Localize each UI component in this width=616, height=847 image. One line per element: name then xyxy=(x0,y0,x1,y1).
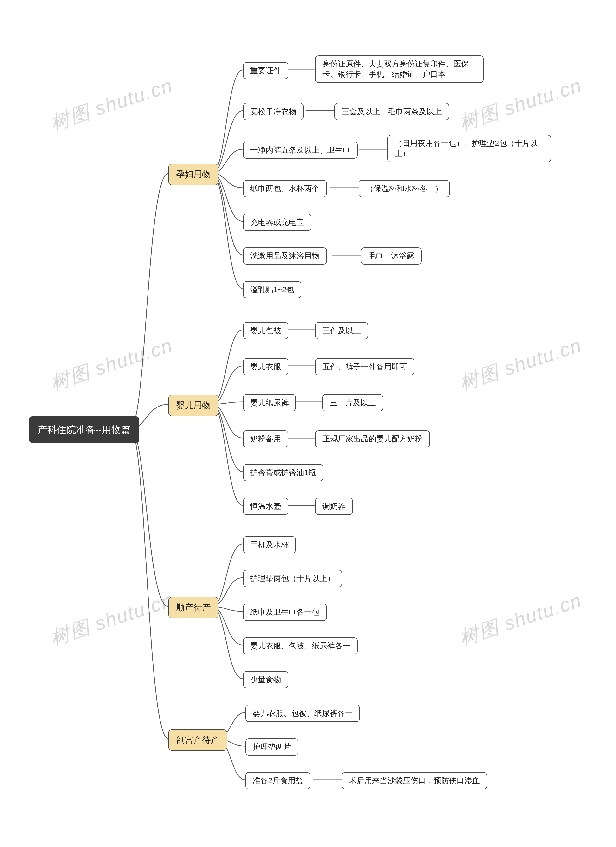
c2-item-diaper[interactable]: 婴儿纸尿裤 xyxy=(243,394,296,411)
c3-item-tissue[interactable]: 纸巾及卫生巾各一包 xyxy=(243,604,327,621)
c4-item-salt-detail: 术后用来当沙袋压伤口，预防伤口渗血 xyxy=(342,772,487,789)
category-natural[interactable]: 顺产待产 xyxy=(168,597,218,618)
c3-item-pads[interactable]: 护理垫两包（十片以上） xyxy=(243,570,342,587)
c1-item-tissue-detail: （保温杯和水杯各一） xyxy=(358,180,450,197)
c1-item-clothes[interactable]: 宽松干净衣物 xyxy=(243,103,304,120)
c1-item-underwear-detail: （日用夜用各一包）、护理垫2包（十片以上） xyxy=(388,135,551,162)
c3-item-baby[interactable]: 婴儿衣服、包被、纸尿裤各一 xyxy=(243,637,358,654)
c1-item-underwear[interactable]: 干净内裤五条及以上、卫生巾 xyxy=(243,142,358,159)
c2-item-kettle[interactable]: 恒温水壶 xyxy=(243,498,288,515)
c2-item-cream[interactable]: 护臀膏或护臀油1瓶 xyxy=(243,464,323,481)
c2-item-milk[interactable]: 奶粉备用 xyxy=(243,430,288,447)
c1-item-toiletries[interactable]: 洗漱用品及沐浴用物 xyxy=(243,248,327,264)
category-csection[interactable]: 剖宫产待产 xyxy=(168,729,227,751)
category-pregnant[interactable]: 孕妇用物 xyxy=(168,164,218,185)
c1-item-breastpad[interactable]: 溢乳贴1~2包 xyxy=(243,281,301,298)
c4-item-salt[interactable]: 准备2斤食用盐 xyxy=(245,772,310,789)
c2-item-blanket[interactable]: 婴儿包被 xyxy=(243,322,288,339)
c2-item-clothes-detail: 五件、裤子一件备用即可 xyxy=(315,358,414,375)
c2-item-diaper-detail: 三十片及以上 xyxy=(323,394,383,411)
c1-item-clothes-detail: 三套及以上、毛巾两条及以上 xyxy=(335,103,449,120)
c2-item-milk-detail: 正规厂家出品的婴儿配方奶粉 xyxy=(315,430,430,447)
c1-item-toiletries-detail: 毛巾、沐浴露 xyxy=(361,248,421,264)
c3-item-phone[interactable]: 手机及水杯 xyxy=(243,536,296,553)
root-node[interactable]: 产科住院准备--用物篇 xyxy=(29,416,139,443)
c3-item-food[interactable]: 少量食物 xyxy=(243,671,288,688)
c4-item-pads[interactable]: 护理垫两片 xyxy=(245,738,298,756)
c1-item-docs-detail: 身份证原件、夫妻双方身份证复印件、医保卡、银行卡、手机、结婚证、户口本 xyxy=(315,55,484,83)
c2-item-kettle-detail: 调奶器 xyxy=(315,498,353,515)
c2-item-blanket-detail: 三件及以上 xyxy=(315,322,368,339)
mindmap-stage: 树图 shutu.cn 树图 shutu.cn 树图 shutu.cn 树图 s… xyxy=(0,0,616,847)
c2-item-clothes[interactable]: 婴儿衣服 xyxy=(243,358,288,375)
category-baby[interactable]: 婴儿用物 xyxy=(168,395,218,416)
c1-item-charger[interactable]: 充电器或充电宝 xyxy=(243,214,311,231)
c4-item-baby[interactable]: 婴儿衣服、包被、纸尿裤各一 xyxy=(245,705,360,722)
c1-item-docs[interactable]: 重要证件 xyxy=(243,62,288,79)
c1-item-tissue[interactable]: 纸巾两包、水杯两个 xyxy=(243,180,327,197)
